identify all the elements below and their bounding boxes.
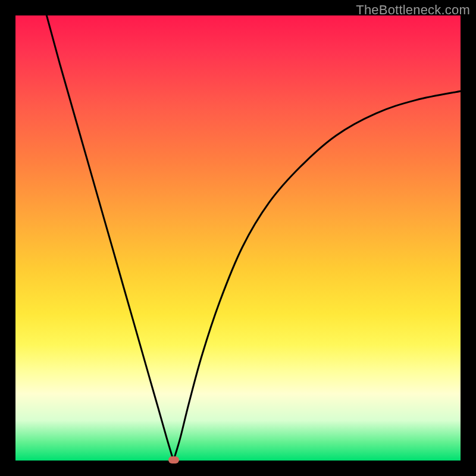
chart-frame: TheBottleneck.com [0, 0, 476, 476]
curve-right-branch [174, 91, 461, 461]
minimum-marker [168, 456, 179, 464]
watermark-text: TheBottleneck.com [356, 2, 470, 18]
plot-area [15, 15, 461, 461]
curve-left-branch [46, 15, 173, 461]
bottleneck-curve [15, 15, 461, 461]
